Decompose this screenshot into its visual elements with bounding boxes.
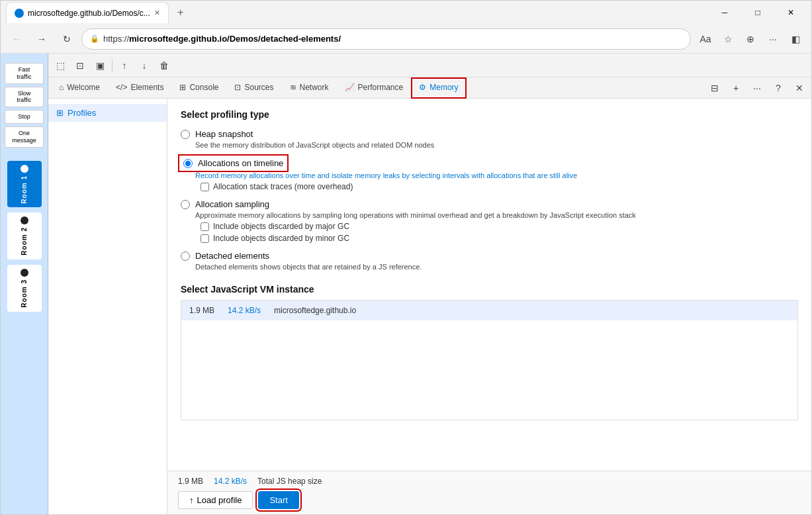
allocations-timeline-radio[interactable] <box>183 159 193 168</box>
performance-icon: 📈 <box>345 83 355 92</box>
device-toolbar-button[interactable]: ⊡ <box>71 56 89 75</box>
clear-button[interactable]: 🗑 <box>155 56 173 75</box>
heap-snapshot-row: Heap snapshot <box>181 129 798 139</box>
detached-elements-radio[interactable] <box>181 252 190 261</box>
minor-gc-checkbox[interactable] <box>201 234 209 243</box>
close-devtools-button[interactable]: ✕ <box>790 79 809 97</box>
url-text: https://microsoftedge.github.io/Demos/de… <box>103 34 682 44</box>
scroll-up-button[interactable]: ↑ <box>115 56 134 75</box>
minor-gc-label[interactable]: Include objects discarded by minor GC <box>213 234 349 243</box>
sidebar-toggle-icon[interactable]: ◧ <box>785 28 806 50</box>
alloc-stack-label[interactable]: Allocation stack traces (more overhead) <box>213 182 353 191</box>
help-button[interactable]: ? <box>769 79 788 97</box>
vm-section: Select JavaScript VM instance 1.9 MB 14.… <box>181 284 798 420</box>
allocations-timeline-label[interactable]: Allocations on timeline <box>198 158 283 168</box>
tab-sources-label: Sources <box>244 83 273 92</box>
lock-icon: 🔒 <box>90 34 99 43</box>
toolbar-separator <box>112 59 113 72</box>
alloc-stack-checkbox[interactable] <box>201 183 209 191</box>
detached-elements-row: Detached elements <box>181 251 798 261</box>
inspect-element-button[interactable]: ⬚ <box>51 56 69 75</box>
footer-heap-label: Total JS heap size <box>257 477 322 486</box>
more-options-button[interactable]: ··· <box>748 79 766 97</box>
tab-performance[interactable]: 📈 Performance <box>337 77 412 99</box>
detached-elements-label[interactable]: Detached elements <box>195 251 269 261</box>
vm-table: 1.9 MB 14.2 kB/s microsoftedge.github.io <box>181 300 798 420</box>
tab-welcome[interactable]: ⌂ Welcome <box>51 77 108 99</box>
slow-traffic-button[interactable]: Slowtraffic <box>5 87 44 108</box>
allocation-sampling-row: Allocation sampling <box>181 199 798 209</box>
heap-snapshot-label[interactable]: Heap snapshot <box>195 129 253 139</box>
allocation-sampling-option: Allocation sampling Approximate memory a… <box>181 199 798 243</box>
stop-button[interactable]: Stop <box>5 110 44 124</box>
browser-window: microsoftedge.github.io/Demos/c... ✕ + ─… <box>0 0 812 515</box>
tab-memory[interactable]: ⚙ Memory <box>411 77 466 99</box>
devtools-main: ⬚ ⊡ ▣ ↑ ↓ 🗑 ⌂ Welcome </> Elements <box>48 54 811 514</box>
tab-memory-label: Memory <box>429 83 458 92</box>
back-button[interactable]: ← <box>6 28 27 50</box>
scroll-down-button[interactable]: ↓ <box>135 56 154 75</box>
devtools-tabs: ⌂ Welcome </> Elements ⊞ Console ⊡ Sourc… <box>48 77 811 99</box>
room-1-card[interactable]: Room 1 <box>7 161 42 208</box>
url-bar[interactable]: 🔒 https://microsoftedge.github.io/Demos/… <box>81 28 691 50</box>
browser-menu-icon[interactable]: ··· <box>762 28 784 50</box>
tab-network-label: Network <box>300 83 329 92</box>
alloc-stack-row: Allocation stack traces (more overhead) <box>201 182 798 191</box>
allocation-sampling-desc: Approximate memory allocations by sampli… <box>195 211 798 219</box>
fast-traffic-button[interactable]: Fasttraffic <box>5 63 44 84</box>
tab-elements[interactable]: </> Elements <box>108 77 171 99</box>
tab-console[interactable]: ⊞ Console <box>171 77 226 99</box>
detached-elements-option: Detached elements Detached elements show… <box>181 251 798 271</box>
devtools-sidebar: ⊞ Profiles <box>48 99 167 514</box>
devtools-content: ⊞ Profiles Select profiling type Heap sn… <box>48 99 811 514</box>
more-tabs-button[interactable]: ⊟ <box>705 79 724 97</box>
webpage-buttons: Fasttraffic Slowtraffic Stop Onemessage <box>1 63 48 148</box>
close-button[interactable]: ✕ <box>776 3 806 23</box>
major-gc-checkbox[interactable] <box>201 222 209 231</box>
browser-actions: Aa ☆ ⊕ ··· ◧ <box>695 28 806 50</box>
profiles-icon: ⊞ <box>56 108 64 118</box>
read-aloud-icon[interactable]: Aa <box>695 28 716 50</box>
extensions-icon[interactable]: ⊕ <box>740 28 761 50</box>
one-message-button[interactable]: Onemessage <box>5 126 44 148</box>
tab-title: microsoftedge.github.io/Demos/c... <box>28 9 150 18</box>
allocation-sampling-label[interactable]: Allocation sampling <box>195 199 269 209</box>
allocation-sampling-radio[interactable] <box>181 200 190 209</box>
profiling-section-title: Select profiling type <box>181 109 798 120</box>
refresh-button[interactable]: ↻ <box>56 28 77 50</box>
new-tab-button[interactable]: + <box>171 3 190 22</box>
footer-actions: ↑ Load profile Start <box>178 491 801 509</box>
heap-snapshot-radio[interactable] <box>181 130 190 139</box>
room-1-dot <box>21 165 28 173</box>
room-3-card[interactable]: Room 3 <box>7 265 42 312</box>
room-2-card[interactable]: Room 2 <box>7 212 42 259</box>
vm-memory: 1.9 MB <box>189 306 214 315</box>
heap-snapshot-option: Heap snapshot See the memory distributio… <box>181 129 798 149</box>
major-gc-label[interactable]: Include objects discarded by major GC <box>213 222 349 231</box>
tab-elements-label: Elements <box>130 83 163 92</box>
tab-close-icon[interactable]: ✕ <box>154 9 160 17</box>
network-icon: ≋ <box>290 83 296 92</box>
maximize-button[interactable]: □ <box>743 3 773 23</box>
memory-icon: ⚙ <box>419 83 426 92</box>
tab-network[interactable]: ≋ Network <box>282 77 337 99</box>
room-3-label: Room 3 <box>21 279 28 308</box>
sidebar-item-profiles[interactable]: ⊞ Profiles <box>48 104 167 122</box>
welcome-icon: ⌂ <box>59 83 64 92</box>
minimize-button[interactable]: ─ <box>709 3 740 23</box>
add-panel-button[interactable]: + <box>727 79 745 97</box>
allocations-timeline-row: Allocations on timeline <box>181 157 798 169</box>
start-button[interactable]: Start <box>258 491 298 509</box>
sources-icon: ⊡ <box>234 83 241 92</box>
console-drawer-button[interactable]: ▣ <box>91 56 109 75</box>
active-tab[interactable]: microsoftedge.github.io/Demos/c... ✕ <box>6 2 169 23</box>
elements-icon: </> <box>116 83 127 92</box>
tab-sources[interactable]: ⊡ Sources <box>226 77 281 99</box>
load-profile-button[interactable]: ↑ Load profile <box>178 491 253 509</box>
vm-row[interactable]: 1.9 MB 14.2 kB/s microsoftedge.github.io <box>181 301 797 320</box>
minor-gc-row: Include objects discarded by minor GC <box>201 234 798 243</box>
forward-button[interactable]: → <box>31 28 52 50</box>
devtools-footer: 1.9 MB 14.2 kB/s Total JS heap size ↑ Lo… <box>167 471 811 514</box>
vm-placeholder <box>181 320 797 420</box>
favorites-icon[interactable]: ☆ <box>717 28 739 50</box>
